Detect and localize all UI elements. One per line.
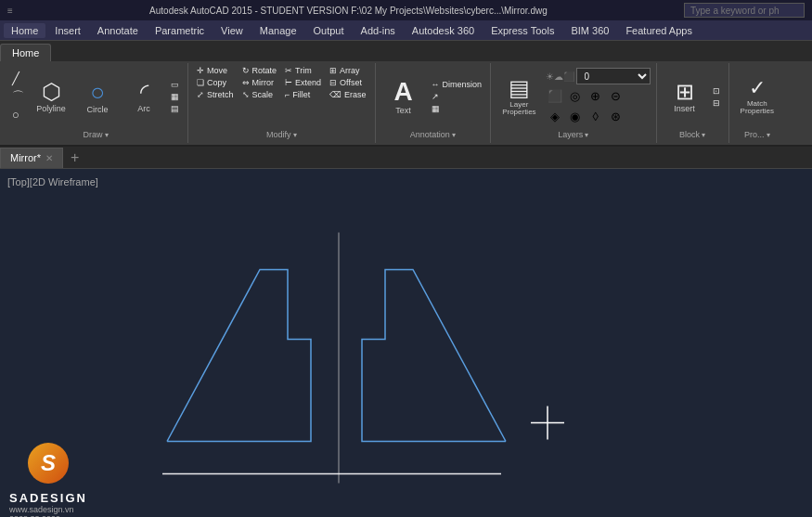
rectangle-icon: ▭ bbox=[171, 80, 179, 89]
modify-group-label[interactable]: Modify bbox=[266, 128, 297, 141]
menu-item-expresstools[interactable]: Express Tools bbox=[483, 23, 561, 38]
arc-button[interactable]: ◜ Arc bbox=[122, 77, 166, 117]
ribbon: Home ╱ ⌒ ○ bbox=[0, 41, 812, 147]
menu-item-insert[interactable]: Insert bbox=[47, 23, 88, 38]
offset-button[interactable]: ⊟ Offset bbox=[327, 77, 369, 88]
trim-icon: ✂ bbox=[285, 66, 292, 75]
create-block-icon: ⊡ bbox=[713, 86, 720, 96]
table-button[interactable]: ▦ bbox=[429, 103, 485, 114]
block-editor-button[interactable]: ⊟ bbox=[710, 97, 723, 109]
insert-large-icon: ⊞ bbox=[676, 81, 694, 103]
layer-tool-4[interactable]: ⊝ bbox=[607, 86, 625, 105]
search-input[interactable] bbox=[684, 3, 805, 18]
menu-item-output[interactable]: Output bbox=[306, 23, 352, 38]
layer-tool-8[interactable]: ⊛ bbox=[607, 107, 625, 125]
menu-item-home[interactable]: Home bbox=[4, 23, 45, 38]
menu-item-parametric[interactable]: Parametric bbox=[148, 23, 212, 38]
ribbon-group-modify: ✛ Move ❏ Copy ⤢ Stretch bbox=[188, 63, 376, 143]
menu-item-bim360[interactable]: BIM 360 bbox=[563, 23, 616, 38]
erase-icon: ⌫ bbox=[329, 90, 342, 99]
circle-button[interactable]: ○ Circle bbox=[75, 76, 120, 118]
circle-large-icon: ○ bbox=[90, 80, 105, 104]
crosshair-cursor bbox=[531, 407, 564, 440]
gradient-button[interactable]: ▤ bbox=[168, 103, 182, 114]
title-bar: ≡ Autodesk AutoCAD 2015 - STUDENT VERSIO… bbox=[0, 0, 812, 20]
menu-item-addins[interactable]: Add-ins bbox=[354, 23, 403, 38]
menu-item-view[interactable]: View bbox=[213, 23, 251, 38]
leader-icon: ↗ bbox=[432, 92, 439, 101]
table-icon: ▦ bbox=[432, 104, 440, 113]
copy-button[interactable]: ❏ Copy bbox=[194, 77, 237, 88]
doc-tab-mirror[interactable]: Mirror* ✕ bbox=[0, 148, 63, 168]
extend-label: Extend bbox=[295, 78, 321, 87]
line-icon: ╱ bbox=[12, 71, 19, 85]
dim-label: Dimension bbox=[443, 80, 483, 89]
layer-tool-2[interactable]: ◎ bbox=[566, 86, 585, 105]
title-bar-title: Autodesk AutoCAD 2015 - STUDENT VERSION … bbox=[13, 6, 684, 16]
match-properties-button[interactable]: ✓ MatchProperties bbox=[735, 74, 780, 119]
copy-label: Copy bbox=[207, 78, 226, 87]
stretch-icon: ⤢ bbox=[197, 90, 204, 99]
erase-button[interactable]: ⌫ Erase bbox=[327, 89, 369, 100]
trim-label: Trim bbox=[295, 66, 312, 75]
mirrored-shape bbox=[362, 270, 506, 442]
block-group-label[interactable]: Block bbox=[679, 128, 705, 141]
leader-button[interactable]: ↗ bbox=[429, 91, 485, 102]
mirror-label: Mirror bbox=[252, 78, 275, 87]
mirror-button[interactable]: ⇔ Mirror bbox=[239, 77, 280, 88]
menu-item-featuredapps[interactable]: Featured Apps bbox=[618, 23, 700, 38]
layer-select[interactable]: 0 bbox=[576, 68, 651, 84]
hatch-icon: ▦ bbox=[171, 92, 179, 101]
hatch-button[interactable]: ▦ bbox=[168, 91, 182, 102]
logo-company: SADESIGN bbox=[9, 491, 87, 505]
menu-item-autodesk360[interactable]: Autodesk 360 bbox=[405, 23, 482, 38]
rectangle-button[interactable]: ▭ bbox=[168, 79, 182, 90]
offset-icon: ⊟ bbox=[329, 78, 337, 87]
insert-button[interactable]: ⊞ Insert bbox=[663, 77, 707, 117]
text-button[interactable]: A Text bbox=[381, 75, 426, 119]
polyline-icon: ⌒ bbox=[12, 88, 24, 105]
stretch-button[interactable]: ⤢ Stretch bbox=[194, 89, 237, 100]
text-large-icon: A bbox=[393, 79, 412, 105]
new-tab-button[interactable]: + bbox=[63, 149, 86, 166]
mirror-icon: ⇔ bbox=[242, 78, 250, 87]
doc-tab-close[interactable]: ✕ bbox=[45, 153, 53, 163]
move-button[interactable]: ✛ Move bbox=[194, 65, 237, 76]
annotation-group-label[interactable]: Annotation bbox=[410, 128, 456, 141]
layer-tool-5[interactable]: ◈ bbox=[546, 107, 564, 125]
scale-button[interactable]: ⤡ Scale bbox=[239, 89, 280, 100]
ribbon-tab-home[interactable]: Home bbox=[0, 44, 51, 61]
circle-icon-btn[interactable]: ○ bbox=[9, 107, 27, 123]
extend-button[interactable]: ⊢ Extend bbox=[282, 77, 324, 88]
fillet-label: Fillet bbox=[292, 90, 310, 99]
ribbon-tabs: Home bbox=[0, 41, 812, 61]
gradient-icon: ▤ bbox=[171, 104, 179, 113]
properties-group-label[interactable]: Pro... bbox=[744, 128, 770, 141]
array-button[interactable]: ⊞ Array bbox=[327, 65, 369, 76]
trim-button[interactable]: ✂ Trim bbox=[282, 65, 324, 76]
layer-properties-button[interactable]: ▤ LayerProperties bbox=[496, 73, 541, 120]
polyline-icon-btn[interactable]: ⌒ bbox=[9, 87, 27, 106]
polyline-button[interactable]: ⬡ Polyline bbox=[29, 77, 73, 117]
layer-tool-6[interactable]: ◉ bbox=[566, 107, 585, 125]
rotate-button[interactable]: ↻ Rotate bbox=[239, 65, 280, 76]
ribbon-group-block: ⊞ Insert ⊡ ⊟ Block bbox=[657, 63, 729, 143]
layer-tool-3[interactable]: ⊕ bbox=[586, 86, 605, 105]
layer-tool-7[interactable]: ◊ bbox=[586, 107, 605, 125]
layer-tool-1[interactable]: ⬛ bbox=[546, 86, 564, 105]
line-button[interactable]: ╱ bbox=[9, 71, 27, 86]
canvas-area[interactable]: [Top][2D Wireframe] S SADESIGN www.sades… bbox=[0, 169, 812, 517]
menu-item-manage[interactable]: Manage bbox=[252, 23, 304, 38]
logo-website: www.sadesign.vn bbox=[9, 505, 87, 514]
dim-button[interactable]: ↔ Dimension bbox=[429, 79, 485, 90]
ribbon-group-layers: ▤ LayerProperties ☀☁⬛ 0 ⬛ bbox=[491, 63, 656, 143]
create-block-button[interactable]: ⊡ bbox=[710, 85, 723, 97]
original-shape bbox=[167, 270, 311, 442]
ribbon-group-properties: ✓ MatchProperties Pro... bbox=[729, 63, 785, 143]
menu-item-annotate[interactable]: Annotate bbox=[90, 23, 146, 38]
layers-group-label[interactable]: Layers bbox=[558, 128, 588, 141]
ribbon-group-annotation: A Text ↔ Dimension ↗ ▦ Annotation bbox=[376, 63, 492, 143]
drawing-canvas[interactable] bbox=[0, 169, 812, 517]
draw-group-label[interactable]: Draw bbox=[83, 128, 108, 141]
fillet-button[interactable]: ⌐ Fillet bbox=[282, 89, 324, 100]
